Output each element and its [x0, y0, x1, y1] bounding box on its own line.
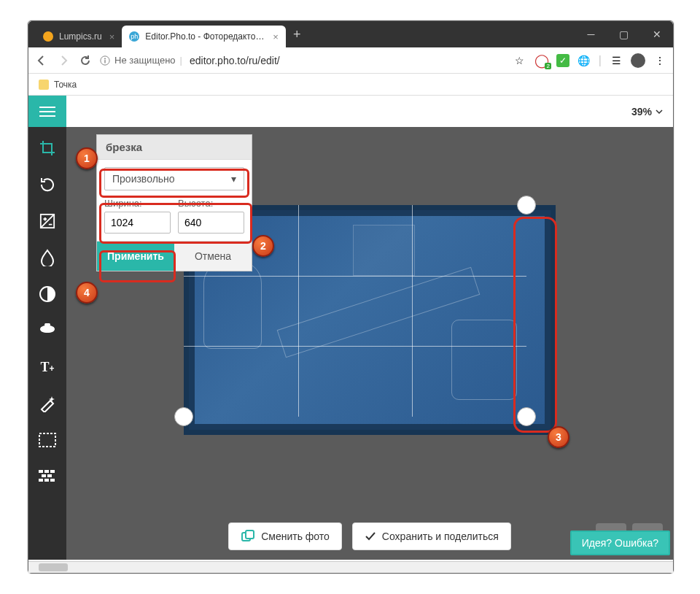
svg-rect-2: [104, 60, 105, 63]
info-icon: [100, 55, 110, 66]
svg-rect-13: [44, 479, 49, 482]
save-share-button[interactable]: Сохранить и поделиться: [352, 522, 511, 550]
address-bar: Не защищено | editor.pho.to/ru/edit/ ☆ ◯…: [28, 47, 673, 74]
check-icon: [365, 531, 376, 542]
close-button[interactable]: ✕: [640, 28, 673, 40]
height-label: Высота:: [178, 198, 244, 209]
chevron-down-icon: [656, 109, 663, 114]
button-label: Сменить фото: [261, 531, 330, 542]
new-tab-button[interactable]: +: [286, 27, 308, 42]
text-tool[interactable]: T+: [36, 356, 58, 378]
svg-rect-6: [39, 433, 55, 447]
panel-title: брезка: [97, 135, 252, 159]
zoom-indicator[interactable]: 39%: [631, 96, 663, 127]
button-label: Сохранить и поделиться: [382, 531, 499, 542]
crop-handle-tr[interactable]: [517, 196, 536, 215]
bookmark-item[interactable]: Точка: [54, 80, 77, 90]
crop-tool[interactable]: [36, 137, 58, 159]
frames-tool[interactable]: [36, 429, 58, 451]
back-button[interactable]: [34, 53, 49, 68]
favicon-editor: ph: [129, 31, 139, 42]
crop-handle-br[interactable]: [517, 407, 536, 426]
exposure-tool[interactable]: [36, 210, 58, 232]
caret-down-icon: ▾: [231, 173, 236, 185]
check-ext-icon[interactable]: ✓: [556, 54, 569, 67]
tab-lumpics[interactable]: Lumpics.ru ×: [36, 26, 122, 47]
aspect-ratio-select[interactable]: Произвольно ▾: [104, 167, 244, 190]
folder-icon: [39, 80, 49, 90]
horizontal-scrollbar[interactable]: [28, 561, 673, 573]
textures-tool[interactable]: [36, 466, 58, 487]
browser-titlebar: Lumpics.ru × ph Editor.Pho.to - Фотореда…: [28, 21, 673, 47]
svg-rect-12: [39, 479, 43, 482]
svg-rect-9: [50, 470, 55, 473]
feedback-button[interactable]: Идея? Ошибка?: [570, 531, 670, 555]
cancel-button[interactable]: Отмена: [174, 242, 252, 271]
url-text[interactable]: editor.pho.to/ru/edit/: [190, 55, 505, 66]
globe-ext-icon[interactable]: 🌐: [577, 53, 591, 68]
annotation-marker-1: 1: [76, 147, 98, 169]
swap-icon: [241, 529, 255, 544]
zoom-value: 39%: [631, 106, 652, 117]
left-toolbar: T+: [28, 127, 66, 560]
close-icon[interactable]: ×: [109, 31, 115, 42]
blur-tool[interactable]: [36, 247, 58, 269]
security-text: Не защищено: [114, 55, 176, 66]
close-icon[interactable]: ×: [273, 31, 279, 42]
hamburger-button[interactable]: [28, 96, 66, 127]
security-indicator[interactable]: Не защищено |: [100, 55, 182, 66]
crop-handle-bl[interactable]: [174, 407, 193, 426]
reload-button[interactable]: [78, 53, 93, 68]
tab-title: Editor.Pho.to - Фоторедактор он: [145, 31, 265, 42]
change-photo-button[interactable]: Сменить фото: [228, 522, 342, 550]
scrollbar-thumb[interactable]: [39, 563, 68, 571]
dropdown-value: Произвольно: [112, 173, 175, 185]
tab-title: Lumpics.ru: [59, 31, 102, 42]
svg-rect-16: [246, 531, 254, 539]
opera-ext-icon[interactable]: ◯2: [534, 53, 549, 68]
stickers-tool[interactable]: [36, 320, 58, 342]
rotate-tool[interactable]: [36, 174, 58, 196]
annotation-marker-4: 4: [76, 282, 98, 304]
apply-button[interactable]: Применить: [97, 242, 174, 271]
favicon-lumpics: [43, 31, 53, 42]
app-topbar: 39%: [28, 96, 673, 127]
star-icon[interactable]: ☆: [513, 53, 527, 68]
height-input[interactable]: [178, 212, 244, 234]
tab-editor[interactable]: ph Editor.Pho.to - Фоторедактор он ×: [122, 26, 286, 47]
forward-button[interactable]: [56, 53, 71, 68]
annotation-marker-3: 3: [548, 426, 569, 448]
svg-rect-7: [39, 470, 43, 473]
svg-rect-8: [44, 470, 49, 473]
bookmarks-bar: Точка: [28, 74, 673, 96]
svg-rect-10: [42, 474, 46, 477]
svg-rect-14: [50, 479, 55, 482]
width-label: Ширина:: [104, 198, 171, 209]
ext-badge: 2: [545, 63, 551, 69]
minimize-button[interactable]: ─: [575, 28, 607, 40]
reading-list-icon[interactable]: ☰: [609, 53, 623, 68]
svg-rect-11: [47, 474, 52, 477]
crop-panel: брезка Произвольно ▾ Ширина: Высота: При…: [96, 134, 252, 271]
contrast-tool[interactable]: [36, 283, 58, 305]
maximize-button[interactable]: ▢: [607, 28, 640, 40]
menu-icon[interactable]: ⋮: [653, 53, 667, 68]
effects-tool[interactable]: [36, 393, 58, 414]
width-input[interactable]: [104, 212, 171, 234]
profile-avatar[interactable]: [631, 53, 645, 68]
annotation-marker-2: 2: [252, 235, 274, 257]
svg-point-1: [104, 58, 106, 59]
